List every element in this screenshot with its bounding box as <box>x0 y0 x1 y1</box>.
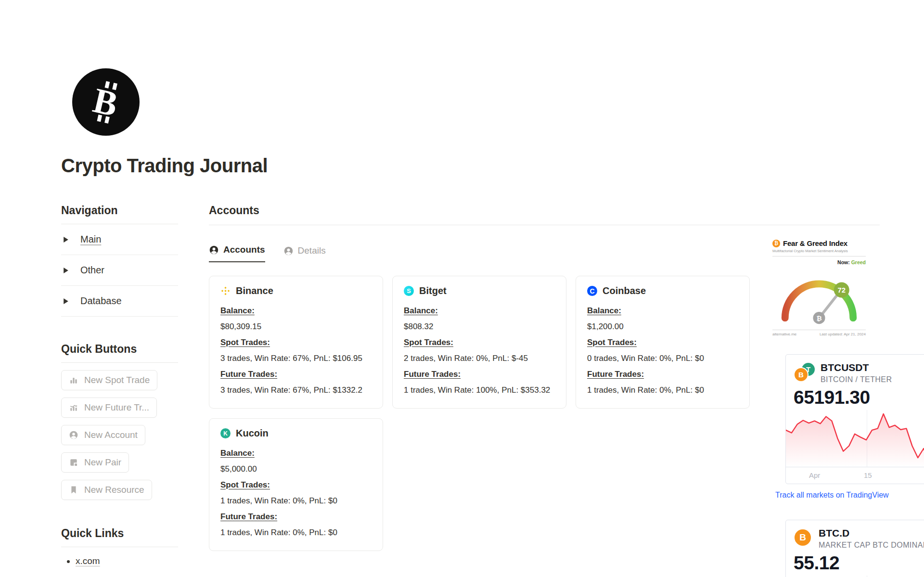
bookmark-icon <box>69 485 78 495</box>
future-trades-value: 3 trades, Win Rate: 67%, PnL: $1332.2 <box>220 382 372 398</box>
quick-buttons-heading: Quick Buttons <box>61 343 178 363</box>
button-label: New Account <box>84 430 138 440</box>
button-label: New Future Tr... <box>84 402 149 413</box>
symbol-description: BITCOIN / TETHER <box>821 375 892 384</box>
right-rail: ₿ Fear & Greed Index Multifactorial Cryp… <box>772 239 924 577</box>
price: 55.12 <box>786 550 924 576</box>
bitcoin-glyph-icon: B <box>79 76 132 128</box>
track-all-markets-link[interactable]: Track all markets on TradingView <box>775 491 924 500</box>
future-trades-label: Future Trades: <box>587 366 738 382</box>
sidebar: Navigation Main Other Database Quick But… <box>61 204 178 577</box>
accounts-tab-bar: Accounts Details <box>209 244 751 262</box>
coinbase-icon: C <box>587 286 597 296</box>
new-account-button[interactable]: New Account <box>61 425 145 445</box>
btcusdt-sparkline <box>786 410 924 467</box>
sidebar-item-label[interactable]: Other <box>80 265 104 276</box>
crypto-trading-journal-page: B Crypto Trading Journal Navigation Main… <box>0 0 924 577</box>
balance-value: $5,000.00 <box>220 461 372 477</box>
new-resource-button[interactable]: New Resource <box>61 480 152 500</box>
balance-label: Balance: <box>220 445 372 461</box>
fear-greed-gauge: 72 ₿ <box>772 265 866 327</box>
sidebar-item-label[interactable]: Database <box>80 295 122 307</box>
fear-greed-title: Fear & Greed Index <box>783 239 847 247</box>
future-trades-value: 1 trades, Win Rate: 0%, PnL: $0 <box>220 525 372 540</box>
main-content: Accounts Accounts Details Binance Bal <box>209 204 751 577</box>
person-icon <box>209 245 219 255</box>
balance-label: Balance: <box>220 303 372 319</box>
fear-greed-source[interactable]: alternative.me <box>772 332 796 336</box>
sidebar-item-other[interactable]: Other <box>61 255 178 286</box>
tab-label: Details <box>298 245 326 256</box>
quick-links-heading: Quick Links <box>61 527 178 547</box>
binance-icon <box>220 286 231 296</box>
kucoin-icon: K <box>220 428 231 438</box>
account-name: Kucoin <box>236 428 269 439</box>
tab-label: Accounts <box>223 244 265 255</box>
account-card-binance[interactable]: Binance Balance: $80,309.15 Spot Trades:… <box>209 276 383 409</box>
person-icon <box>283 246 294 256</box>
triangle-right-icon[interactable] <box>63 298 69 304</box>
person-icon <box>69 430 78 440</box>
sidebar-item-label[interactable]: Main <box>80 234 101 245</box>
spot-trades-label: Spot Trades: <box>587 334 738 350</box>
balance-value: $80,309.15 <box>220 319 372 334</box>
account-name: Coinbase <box>603 285 646 296</box>
triangle-right-icon[interactable] <box>63 237 69 243</box>
list-item: Tradingview.com <box>76 575 178 577</box>
coin-logo: B <box>794 527 813 548</box>
account-card-kucoin[interactable]: K Kucoin Balance: $5,000.00 Spot Trades:… <box>209 418 383 551</box>
future-trades-label: Future Trades: <box>220 509 372 525</box>
trend-chart-icon <box>69 403 78 412</box>
account-card-coinbase[interactable]: C Coinbase Balance: $1,200.00 Spot Trade… <box>576 276 750 409</box>
balance-value: $808.32 <box>404 319 555 334</box>
divider <box>209 225 880 225</box>
spot-trades-value: 2 trades, Win Rate: 0%, PnL: $-45 <box>404 350 555 366</box>
new-future-trade-button[interactable]: New Future Tr... <box>61 397 157 418</box>
bitcoin-logo-icon[interactable]: B <box>72 68 140 136</box>
future-trades-value: 1 trades, Win Rate: 100%, PnL: $353.32 <box>404 382 555 398</box>
btcusdt-widget[interactable]: T B BTCUSDT BITCOIN / TETHER 65191.30 <box>785 354 924 484</box>
sidebar-item-database[interactable]: Database <box>61 286 178 317</box>
fear-greed-widget: ₿ Fear & Greed Index Multifactorial Cryp… <box>772 239 866 336</box>
svg-text:₿: ₿ <box>816 315 821 322</box>
bitcoin-icon: B <box>794 367 808 382</box>
new-pair-button[interactable]: New Pair <box>61 452 129 473</box>
fear-greed-now: Now: Greed <box>772 259 866 265</box>
quick-buttons-list: New Spot Trade New Future Tr... New Acco… <box>61 363 178 500</box>
balance-label: Balance: <box>587 303 738 319</box>
account-name: Binance <box>236 285 273 296</box>
now-label: Now: <box>837 259 850 265</box>
gauge-value: 72 <box>838 286 846 294</box>
symbol: BTC.D <box>819 527 924 539</box>
link-x-com[interactable]: x.com <box>76 556 100 566</box>
axis-label: Apr <box>809 471 820 479</box>
list-item: x.com <box>76 556 178 566</box>
future-trades-label: Future Trades: <box>220 366 372 382</box>
spot-trades-label: Spot Trades: <box>404 334 555 350</box>
sidebar-item-main[interactable]: Main <box>61 224 178 255</box>
future-trades-value: 1 trades, Win Rate: 0%, PnL: $0 <box>587 382 738 398</box>
time-axis: Apr 15 <box>786 467 924 484</box>
balance-label: Balance: <box>404 303 555 319</box>
spot-trades-value: 3 trades, Win Rate: 67%, PnL: $106.95 <box>220 350 372 366</box>
fear-greed-updated: Last updated: Apr 21, 2024 <box>820 332 866 336</box>
spot-trades-value: 0 trades, Win Rate: 0%, PnL: $0 <box>587 350 738 366</box>
balance-value: $1,200.00 <box>587 319 738 334</box>
navigation-heading: Navigation <box>61 204 178 224</box>
axis-label: 15 <box>864 471 872 479</box>
quick-links-list: x.com Tradingview.com Cryptocraft.com <box>61 556 178 577</box>
spot-trades-value: 1 trades, Win Rate: 0%, PnL: $0 <box>220 493 372 509</box>
button-label: New Resource <box>84 485 144 495</box>
new-spot-trade-button[interactable]: New Spot Trade <box>61 370 157 390</box>
tab-accounts[interactable]: Accounts <box>209 244 265 262</box>
symbol-description: MARKET CAP BTC DOMINANCE <box>819 541 924 550</box>
link-tradingview-com[interactable]: Tradingview.com <box>76 575 144 577</box>
triangle-right-icon[interactable] <box>63 268 69 273</box>
page-title: Crypto Trading Journal <box>61 155 268 177</box>
bitcoin-icon: ₿ <box>772 240 780 247</box>
account-name: Bitget <box>419 285 447 296</box>
tab-details[interactable]: Details <box>283 245 326 262</box>
price-chart <box>786 410 924 467</box>
account-card-bitget[interactable]: S Bitget Balance: $808.32 Spot Trades: 2… <box>392 276 566 409</box>
btcd-widget[interactable]: B BTC.D MARKET CAP BTC DOMINANCE 55.12 <box>785 520 924 577</box>
